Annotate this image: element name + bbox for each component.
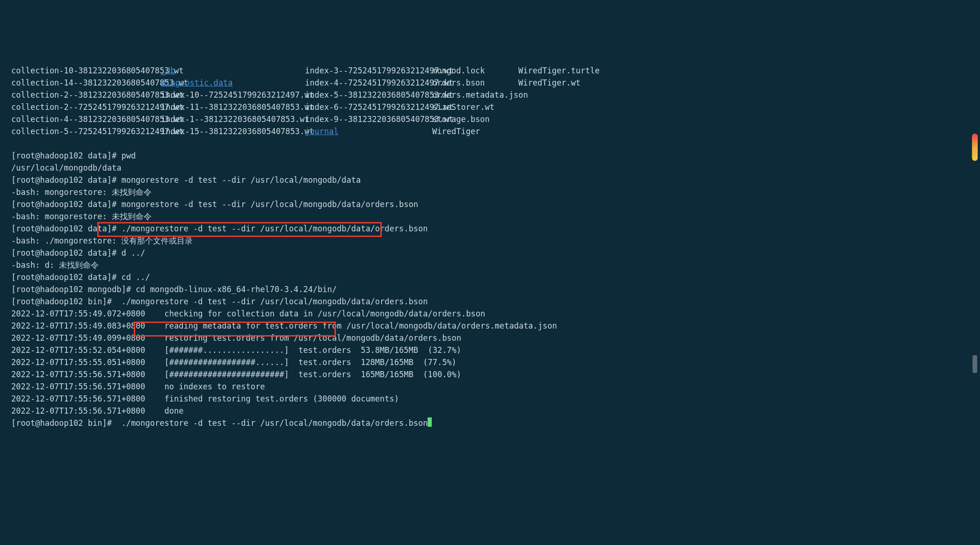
terminal-line: 2022-12-07T17:55:49.072+0800 checking fo… (11, 308, 969, 320)
terminal-line: [root@hadoop102 data]# mongorestore -d t… (11, 198, 969, 210)
file-entry: WiredTiger (432, 127, 480, 136)
file-entry: index-10--7252451799263212497.wt (161, 90, 314, 100)
terminal-line: [root@hadoop102 data]# ./mongorestore -d… (11, 222, 969, 235)
dir-entry: _db (161, 66, 175, 75)
shell-command: d ../ (116, 248, 145, 258)
terminal-line: 2022-12-07T17:55:56.571+0800 no indexes … (11, 380, 969, 393)
terminal-line: -bash: mongorestore: 未找到命令 (11, 210, 969, 222)
terminal-line: [root@hadoop102 data]# cd ../ (11, 271, 969, 283)
terminal-line: [root@hadoop102 data]# mongorestore -d t… (11, 174, 969, 186)
file-entry: storage.bson (432, 115, 490, 124)
shell-command: mongorestore -d test --dir /usr/local/mo… (116, 175, 361, 185)
shell-command: ./mongorestore -d test --dir /usr/local/… (116, 224, 428, 233)
file-entry: WiredTiger.turtle (518, 66, 600, 75)
shell-prompt: [root@hadoop102 data]# (11, 175, 116, 185)
file-entry: index-15--3812322036805407853.wt (161, 127, 314, 136)
terminal-output[interactable]: collection-10-3812322036805407853.wt col… (11, 52, 969, 441)
ls-output: collection-10-3812322036805407853.wt col… (11, 65, 969, 137)
file-entry: collection-4--3812322036805407853.wt (11, 115, 183, 124)
file-entry: collection-10-3812322036805407853.wt (11, 66, 183, 75)
cursor-icon (428, 417, 432, 427)
terminal-line: [root@hadoop102 bin]# ./mongorestore -d … (11, 417, 969, 429)
shell-prompt: [root@hadoop102 data]# (11, 272, 116, 282)
dir-entry: journal (305, 127, 339, 136)
terminal-line: [root@hadoop102 mongodb]# cd mongodb-lin… (11, 283, 969, 295)
file-entry: orders.bson (432, 78, 485, 87)
dir-entry: diagnostic.data (161, 78, 233, 87)
file-entry: sizeStorer.wt (432, 102, 494, 112)
shell-prompt: [root@hadoop102 data]# (11, 224, 116, 233)
shell-command: cd ../ (116, 272, 150, 282)
file-entry: collection-2--7252451799263212497.wt (11, 102, 183, 112)
scrollbar-thumb[interactable] (973, 355, 977, 373)
shell-command: ./mongorestore -d test --dir /usr/local/… (112, 297, 428, 306)
file-entry: mongod.lock (432, 66, 485, 75)
terminal-line: 2022-12-07T17:55:49.099+0800 restoring t… (11, 332, 969, 344)
file-entry: orders.metadata.json (432, 90, 528, 100)
terminal-line: -bash: ./mongorestore: 没有那个文件或目录 (11, 235, 969, 247)
shell-command: ./mongorestore -d test --dir /usr/local/… (112, 418, 428, 428)
terminal-line: -bash: mongorestore: 未找到命令 (11, 186, 969, 198)
terminal-line: 2022-12-07T17:55:56.571+0800 done (11, 405, 969, 417)
shell-prompt: [root@hadoop102 bin]# (11, 418, 112, 428)
terminal-line: /usr/local/mongodb/data (11, 162, 969, 174)
file-entry: index-5--3812322036805407853.wt (305, 90, 453, 100)
file-entry: index-9--3812322036805407853.wt (305, 115, 453, 124)
file-entry: index-1--3812322036805407853.wt (161, 115, 309, 124)
file-entry: index-11--3812322036805407853.wt (161, 102, 314, 112)
file-entry: WiredTiger.wt (518, 78, 581, 87)
terminal-line: [root@hadoop102 data]# pwd (11, 150, 969, 162)
file-entry: collection-2--3812322036805407853.wt (11, 90, 183, 100)
shell-command: mongorestore -d test --dir /usr/local/mo… (116, 200, 418, 209)
terminal-line: 2022-12-07T17:55:55.051+0800 [##########… (11, 356, 969, 368)
terminal-line: -bash: d: 未找到命令 (11, 259, 969, 271)
terminal-line: 2022-12-07T17:55:49.083+0800 reading met… (11, 320, 969, 332)
terminal-line: [root@hadoop102 data]# d ../ (11, 247, 969, 259)
shell-prompt: [root@hadoop102 data]# (11, 200, 116, 209)
file-entry: index-4--7252451799263212497.wt (305, 78, 453, 87)
shell-command: pwd (116, 151, 136, 160)
shell-prompt: [root@hadoop102 data]# (11, 151, 116, 160)
terminal-line: 2022-12-07T17:55:52.054+0800 [#######...… (11, 344, 969, 356)
terminal-line: 2022-12-07T17:55:56.571+0800 [##########… (11, 368, 969, 380)
terminal-line: [root@hadoop102 bin]# ./mongorestore -d … (11, 295, 969, 308)
shell-prompt: [root@hadoop102 bin]# (11, 297, 112, 306)
scroll-indicator-icon (972, 133, 978, 161)
file-entry: collection-5--7252451799263212497.wt (11, 127, 183, 136)
file-entry: index-3--7252451799263212497.wt (305, 66, 453, 75)
shell-prompt: [root@hadoop102 mongodb]# (11, 285, 131, 294)
terminal-line: 2022-12-07T17:55:56.571+0800 finished re… (11, 393, 969, 405)
shell-prompt: [root@hadoop102 data]# (11, 248, 116, 258)
file-entry: index-6--7252451799263212497.wt (305, 102, 453, 112)
shell-command: cd mongodb-linux-x86_64-rhel70-3.4.24/bi… (131, 285, 337, 294)
